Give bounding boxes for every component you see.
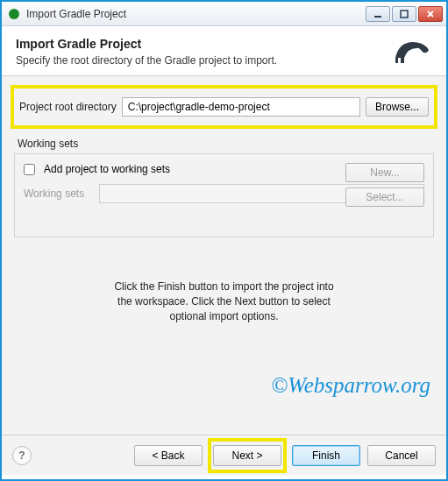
root-dir-highlight: Project root directory Browse... xyxy=(11,85,437,129)
new-working-set-button[interactable]: New... xyxy=(345,163,424,182)
minimize-button[interactable] xyxy=(366,6,390,22)
wizard-header: Import Gradle Project Specify the root d… xyxy=(2,26,446,76)
watermark-text: ©Websparrow.org xyxy=(271,373,430,398)
browse-button[interactable]: Browse... xyxy=(366,97,429,117)
page-title: Import Gradle Project xyxy=(16,37,383,51)
gradle-icon xyxy=(7,7,21,21)
root-directory-label: Project root directory xyxy=(19,101,117,113)
wizard-body: Project root directory Browse... Working… xyxy=(2,76,446,435)
next-button[interactable]: Next > xyxy=(213,445,281,466)
close-button[interactable] xyxy=(418,6,443,22)
working-sets-combo-label: Working sets xyxy=(24,187,94,200)
working-sets-label: Working sets xyxy=(18,138,436,150)
finish-button[interactable]: Finish xyxy=(292,445,360,466)
svg-point-0 xyxy=(9,9,19,19)
add-to-working-sets-label: Add project to working sets xyxy=(44,163,170,175)
wizard-hint: Click the Finish button to import the pr… xyxy=(84,279,365,323)
root-directory-input[interactable] xyxy=(122,97,360,117)
window-controls xyxy=(366,6,443,22)
gradle-elephant-icon xyxy=(392,37,432,67)
wizard-button-bar: ? < Back Next > Finish Cancel xyxy=(2,435,446,475)
svg-rect-1 xyxy=(374,16,381,18)
maximize-button[interactable] xyxy=(392,6,416,22)
svg-rect-2 xyxy=(401,11,408,18)
window-title: Import Gradle Project xyxy=(26,8,366,20)
back-button[interactable]: < Back xyxy=(134,445,203,466)
working-sets-group: Add project to working sets Working sets… xyxy=(14,153,434,237)
titlebar: Import Gradle Project xyxy=(2,2,446,26)
svg-point-3 xyxy=(417,48,420,51)
select-working-set-button[interactable]: Select... xyxy=(345,187,424,207)
root-directory-row: Project root directory Browse... xyxy=(14,88,434,125)
add-to-working-sets-checkbox[interactable] xyxy=(24,164,35,175)
cancel-button[interactable]: Cancel xyxy=(367,445,436,466)
next-button-highlight: Next > xyxy=(208,438,287,473)
page-subtitle: Specify the root directory of the Gradle… xyxy=(16,54,383,67)
help-icon[interactable]: ? xyxy=(12,446,32,465)
